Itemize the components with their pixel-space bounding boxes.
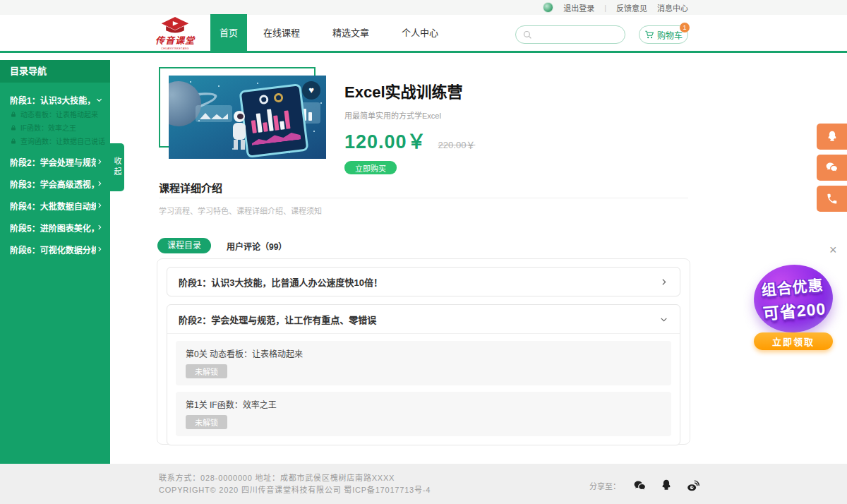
phone-contact-button[interactable] [817,186,847,212]
lesson-row[interactable]: 第1关 IF函数：效率之王 未解锁 [176,392,671,436]
divider: | [604,4,606,12]
sidebar-stage-1[interactable]: 阶段1：认识3大技能，比普通人... [0,92,110,107]
chevron-right-icon [96,158,103,165]
section-summary: 学习流程、学习特色、课程详细介绍、课程须知 [159,205,322,216]
feedback-link[interactable]: 反馈意见 [616,2,647,13]
lock-icon [10,111,17,118]
promo-badge[interactable]: 组合优惠 可省200 [751,261,836,335]
lesson-name: 第1关 IF函数：效率之王 [186,398,661,410]
accordion-stage-1: 阶段1：认识3大技能，比普通人办公速度快10倍！ [167,267,680,296]
sidebar-stage-3[interactable]: 阶段3：学会高级透视，拥有同时... [0,176,110,191]
chevron-right-icon [96,224,103,231]
lesson-name: 第0关 动态看板：让表格动起来 [186,347,661,359]
wechat-share-icon[interactable] [632,479,647,493]
favorite-heart-icon[interactable]: ♥ [302,81,320,100]
search-box: 搜索 [515,25,625,44]
nav-item-home[interactable]: 首页 [210,14,247,52]
chart-panel-decor [196,105,232,122]
logo-subtitle: CHUANYINKETANG [156,47,194,50]
astronaut-decor [231,111,249,153]
sidebar-title: 目录导航 [0,60,110,83]
avatar[interactable] [543,2,553,13]
sidebar-lesson-item[interactable]: IF函数：效率之王 [0,121,110,134]
stage-label: 阶段1：认识3大技能，比普通人... [10,94,95,106]
lesson-label: IF函数：效率之王 [20,122,76,133]
sidebar-lesson-item[interactable]: 查询函数：让数据自己说话 [0,134,110,148]
accordion-header[interactable]: 阶段1：认识3大技能，比普通人办公速度快10倍！ [167,268,680,296]
logo-title: 传音课堂 [154,33,196,47]
divider [159,198,688,198]
accordion-header[interactable]: 阶段2：学会处理与规范，让工作有重点、零错误 [167,305,680,333]
sidebar-collapse-tab[interactable]: 收起 [110,143,124,191]
sidebar-stage-5[interactable]: 阶段5：进阶图表美化，让汇报一... [0,220,110,235]
lesson-label: 查询函数：让数据自己说话 [20,136,105,146]
catalog-sidebar: 目录导航 阶段1：认识3大技能，比普通人... 动态看板：让表格动起来 IF函数… [0,60,110,464]
header-accent-line [0,51,847,53]
search-icon [522,30,533,40]
tab-user-reviews[interactable]: 用户评论（99） [227,240,287,252]
weibo-share-icon[interactable] [685,478,701,493]
tab-course-catalog[interactable]: 课程目录 [157,238,211,253]
course-info: Excel实战训练营 用最简单实用的方式学Excel 120.00￥ 220.0… [344,79,648,174]
chevron-right-icon [96,246,103,253]
lesson-label: 动态看板：让表格动起来 [20,109,98,119]
chevron-right-icon [659,277,668,287]
current-price: 120.00￥ [344,126,427,154]
stage-label: 阶段5：进阶图表美化，让汇报一... [10,222,96,234]
nav-item-courses[interactable]: 在线课程 [247,14,316,52]
lock-icon [10,124,17,131]
promo-close-icon[interactable]: × [829,244,837,256]
logout-link[interactable]: 退出登录 [563,2,594,13]
contact-floaters [817,124,847,212]
section-title: 课程详细介绍 [159,180,222,195]
cart-label: 购物车 [657,29,683,41]
lock-icon [10,138,17,145]
tablet-decor [239,83,308,158]
accordion-title: 阶段2：学会处理与规范，让工作有重点、零错误 [179,313,376,326]
qq-icon [825,130,839,144]
cart-icon [644,30,654,40]
promo-line2: 可省200 [762,295,827,325]
buy-now-button[interactable]: 立即购买 [344,161,397,174]
detail-tabs: 课程目录 用户评论（99） [157,238,287,253]
cart-button[interactable]: 购物车 1 [639,25,688,44]
wechat-contact-button[interactable] [817,155,847,181]
topbar: 退出登录 | 反馈意见 消息中心 [0,0,847,15]
course-title: Excel实战训练营 [344,79,648,102]
nav-item-profile[interactable]: 个人中心 [385,14,455,52]
accordion-title: 阶段1：认识3大技能，比普通人办公速度快10倍！ [179,275,383,289]
stage-label: 阶段3：学会高级透视，拥有同时... [10,178,96,190]
stage-label: 阶段6：可视化数据分析，帮老板... [10,244,96,256]
wechat-icon [824,160,839,175]
chevron-down-icon [659,315,668,324]
qq-share-icon[interactable] [659,479,673,493]
lesson-row[interactable]: 第0关 动态看板：让表格动起来 未解锁 [176,341,671,385]
locked-status-badge[interactable]: 未解锁 [186,415,227,429]
sidebar-stage-4[interactable]: 阶段4：大批数据自动统计分析，... [0,198,110,213]
promo-claim-button[interactable]: 立即领取 [754,332,833,350]
footer-contact: 联系方式：028-0000000 地址：成都市武侯区槐树店南路XXXX [159,472,431,484]
stage-label: 阶段4：大批数据自动统计分析，... [10,200,96,212]
logo-cap-icon [160,16,191,35]
cart-count-badge: 1 [680,23,690,32]
qq-contact-button[interactable] [817,124,847,150]
sidebar-stage-2[interactable]: 阶段2：学会处理与规范，让工作... [0,154,110,169]
chevron-down-icon [95,96,103,104]
messages-link[interactable]: 消息中心 [657,2,688,13]
sidebar-lesson-item[interactable]: 动态看板：让表格动起来 [0,107,110,121]
accordion-stage-2: 阶段2：学会处理与规范，让工作有重点、零错误 第0关 动态看板：让表格动起来 未… [167,304,680,445]
main-nav: 首页 在线课程 精选文章 个人中心 [210,14,455,52]
course-subtitle: 用最简单实用的方式学Excel [344,109,648,121]
accordion-body: 第0关 动态看板：让表格动起来 未解锁 第1关 IF函数：效率之王 未解锁 [167,333,680,445]
stage-label: 阶段2：学会处理与规范，让工作... [10,156,96,168]
catalog-card: 阶段1：认识3大技能，比普通人办公速度快10倍！ 阶段2：学会处理与规范，让工作… [157,258,690,445]
nav-item-articles[interactable]: 精选文章 [316,14,385,52]
footer: 联系方式：028-0000000 地址：成都市武侯区槐树店南路XXXX COPY… [0,464,847,504]
header: 传音课堂 CHUANYINKETANG 首页 在线课程 精选文章 个人中心 搜索… [0,15,847,52]
locked-status-badge[interactable]: 未解锁 [186,364,227,378]
sidebar-stage-6[interactable]: 阶段6：可视化数据分析，帮老板... [0,241,110,257]
page: 退出登录 | 反馈意见 消息中心 传音课堂 CHUANYINKETANG 首页 … [0,0,847,504]
footer-copyright: COPYRIGHT© 2020 四川传音课堂科技有限公司 蜀ICP备170177… [159,484,431,496]
chevron-right-icon [96,180,103,187]
logo[interactable]: 传音课堂 CHUANYINKETANG [154,16,196,50]
